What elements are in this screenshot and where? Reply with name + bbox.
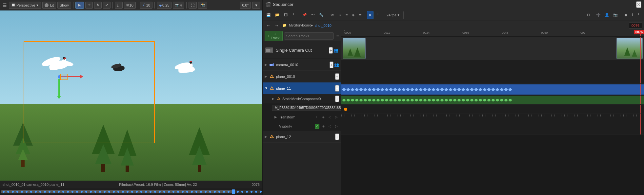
seq-key-button[interactable]: K xyxy=(367,11,373,19)
rotate-tool-button[interactable]: ↻ xyxy=(94,2,102,9)
single-cam-user-icon[interactable]: 👥 xyxy=(333,48,338,53)
single-camera-cut-track[interactable]: Single Camera Cut + 👥 xyxy=(263,42,341,59)
scale-tool-button[interactable]: ⤢ xyxy=(103,2,111,9)
green-diamond xyxy=(466,99,469,101)
cam-clip-right xyxy=(616,38,643,59)
plane-0010-icon xyxy=(269,74,274,79)
track-camera-0010[interactable]: ▶ camera_0010 + 👥 xyxy=(263,59,341,71)
tick xyxy=(512,115,512,116)
camera-0010-user-icon[interactable]: 👥 xyxy=(334,62,339,67)
seq-browse-button[interactable]: 📂 xyxy=(273,11,281,19)
tick xyxy=(532,115,532,116)
viewport-menu-button[interactable]: ☰ xyxy=(2,2,8,9)
select-tool-button[interactable] xyxy=(75,2,84,9)
scrubber-dots xyxy=(1,191,261,193)
nav-back-button[interactable]: ← xyxy=(265,22,272,29)
lit-button[interactable]: Lit xyxy=(42,2,56,9)
snap-value-button[interactable]: ⬙ 0.25 xyxy=(157,2,171,9)
track-transform[interactable]: ▶ Transform + ◈ ◁ ▷ xyxy=(263,113,341,122)
camera-0010-add-button[interactable]: + xyxy=(330,62,333,68)
seq-color-button[interactable]: ◈ xyxy=(350,11,356,19)
seq-eye2-button[interactable]: ⊕ xyxy=(337,11,343,19)
angle-snap-button[interactable]: ∠ 10 xyxy=(140,2,152,9)
nav-forward-button[interactable]: → xyxy=(273,22,280,29)
seq-text-button[interactable]: ≣ xyxy=(357,11,363,19)
timeline-static-mesh-row xyxy=(341,96,644,105)
transform-nav2-button[interactable]: ▷ xyxy=(334,115,339,120)
camera-0010-expand-icon[interactable]: ▶ xyxy=(265,63,269,66)
tree-3 xyxy=(118,130,136,172)
seq-wrench-button[interactable]: 🔧 xyxy=(317,11,325,19)
grid-snap-button[interactable]: ⊞ 10 xyxy=(124,2,136,9)
add-track-button[interactable]: + + Track xyxy=(265,31,283,41)
seq-overflow2-button[interactable]: ⋮ xyxy=(635,11,642,19)
surface-snap-button[interactable]: ⬚ xyxy=(115,2,123,9)
seq-addtrack-icon-button[interactable]: ➕ xyxy=(594,11,602,19)
camera-row-playhead xyxy=(640,60,641,72)
plane-11-expand-icon[interactable]: ▼ xyxy=(265,86,269,90)
angle-deg-button[interactable]: 0.0° xyxy=(240,2,251,9)
maximize-button[interactable]: ⛶ xyxy=(189,2,197,9)
tick xyxy=(495,115,496,116)
seq-nav-bar: ← → 📁 MyStoryboard▸ shot_0010 0076 xyxy=(263,21,644,30)
plane-11-blue-bar xyxy=(341,84,644,95)
seq-cam-button[interactable]: 📷 xyxy=(612,11,619,19)
track-plane-0010[interactable]: ▶ plane_0010 + xyxy=(263,71,341,82)
transform-add-button[interactable]: + xyxy=(314,115,319,120)
seq-filter-button[interactable]: ⋮ xyxy=(290,11,297,19)
plane-0010-expand-icon[interactable]: ▶ xyxy=(265,75,269,78)
seq-save-button[interactable]: 💾 xyxy=(265,11,272,19)
transform-nav-button[interactable]: ◁ xyxy=(327,115,332,120)
plane-12-expand-icon[interactable]: ▶ xyxy=(265,135,269,138)
green-diamond xyxy=(351,99,354,101)
track-static-mesh[interactable]: ▶ StaticMeshComponent0 + xyxy=(263,94,341,103)
viewport-timeline-scrubber[interactable] xyxy=(0,188,262,195)
seq-record-button[interactable]: ⏺ xyxy=(622,11,629,19)
seq-fps-button[interactable]: 24 fps ▼ xyxy=(385,11,402,19)
track-visibility[interactable]: Visibility ✓ ◈ ◁ ▷ xyxy=(263,122,341,131)
seq-overflow-button[interactable]: ⋮ xyxy=(374,11,381,19)
tick xyxy=(548,115,548,116)
seq-info-button[interactable]: ℹ xyxy=(630,11,634,19)
single-cam-add-button[interactable]: + xyxy=(329,47,333,54)
seq-create-button[interactable]: 🎞 xyxy=(282,11,289,19)
breadcrumb-root[interactable]: MyStoryboard▸ xyxy=(289,23,313,27)
visibility-nav-button[interactable]: ◁ xyxy=(327,124,332,129)
plane-12-add-button[interactable]: + xyxy=(335,133,339,140)
screenshot-button[interactable]: 📸 xyxy=(198,2,207,9)
transform-expand-icon[interactable]: ▶ xyxy=(274,115,279,119)
perspective-button[interactable]: 🔲 Perspective ▼ xyxy=(9,2,41,9)
sequencer-close-button[interactable]: ✕ xyxy=(636,1,641,8)
expand-button[interactable]: ▼ xyxy=(252,2,260,9)
seq-layout-button[interactable]: ⊟ xyxy=(585,11,592,19)
green-diamond xyxy=(432,99,435,101)
visibility-checkbox[interactable]: ✓ xyxy=(315,124,319,129)
track-plane-12[interactable]: ▶ plane_12 + xyxy=(263,131,341,143)
tick xyxy=(600,115,601,116)
static-mesh-expand-icon[interactable]: ▶ xyxy=(272,97,276,100)
mesh-dropdown-row[interactable]: M_EB3801504949B7D90908EE9D3533218B ▼ xyxy=(263,103,341,113)
seq-eye-button[interactable]: 👁 xyxy=(329,11,336,19)
seq-curve-button[interactable]: 〜 xyxy=(310,11,316,19)
transform-key-button[interactable]: ◈ xyxy=(321,115,326,120)
visibility-key-button[interactable]: ◈ xyxy=(321,124,326,129)
seq-layers-button[interactable]: ≡ xyxy=(344,11,349,19)
visibility-nav2-button[interactable]: ▷ xyxy=(334,124,339,129)
green-diamond xyxy=(500,99,503,101)
scrubber-track[interactable] xyxy=(1,190,261,193)
show-button[interactable]: Show xyxy=(57,2,71,9)
seq-snap-button[interactable]: 📌 xyxy=(301,11,309,19)
scrubber-dot xyxy=(177,191,179,193)
tracks-filter-button[interactable]: ≡ xyxy=(335,33,340,39)
static-mesh-add-button[interactable]: + xyxy=(335,96,339,102)
plane-0010-add-button[interactable]: + xyxy=(335,73,339,80)
move-tool-button[interactable]: ✛ xyxy=(85,2,93,9)
cam-count-button[interactable]: 📷 4 xyxy=(173,2,184,9)
tick xyxy=(446,115,447,116)
plane-11-add-button[interactable]: + xyxy=(335,85,339,92)
seq-person-button[interactable]: 👤 xyxy=(603,11,611,19)
track-plane-11[interactable]: ▼ plane_11 + xyxy=(263,82,341,94)
scrubber-handle[interactable] xyxy=(232,189,235,194)
mesh-dropdown-select[interactable]: M_EB3801504949B7D90908EE9D3533218B xyxy=(272,105,348,111)
search-tracks-input[interactable] xyxy=(284,32,334,40)
